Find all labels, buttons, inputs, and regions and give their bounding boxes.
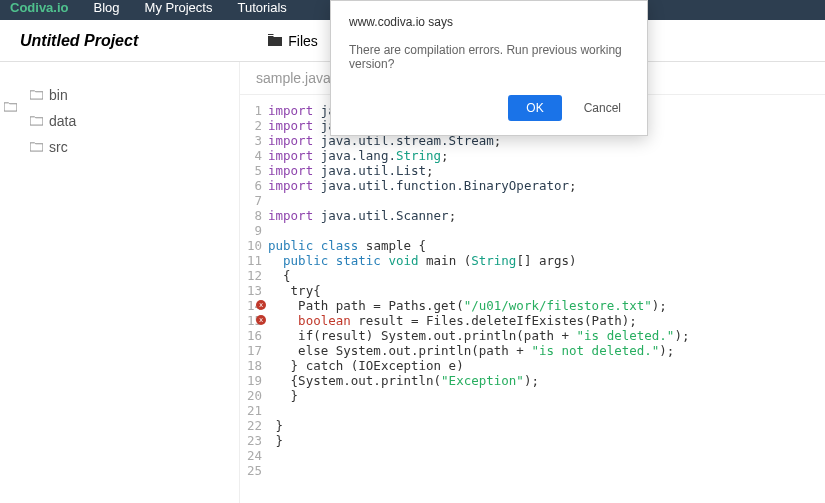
line-number: 24	[240, 448, 262, 463]
alert-dialog: www.codiva.io says There are compilation…	[330, 0, 648, 136]
code-line[interactable]	[268, 463, 825, 478]
line-number: 4	[240, 148, 262, 163]
project-title[interactable]: Untitled Project	[20, 32, 138, 50]
code-line[interactable]: {	[268, 268, 825, 283]
nav-my-projects[interactable]: My Projects	[145, 0, 213, 15]
code-line[interactable]: public class sample {	[268, 238, 825, 253]
code-line[interactable]: }	[268, 433, 825, 448]
code-line[interactable]: import java.util.function.BinaryOperator…	[268, 178, 825, 193]
nav-blog[interactable]: Blog	[94, 0, 120, 15]
line-number: 3	[240, 133, 262, 148]
nav-tutorials[interactable]: Tutorials	[237, 0, 286, 15]
dialog-title: www.codiva.io says	[349, 15, 629, 29]
folder-icon	[268, 33, 282, 49]
line-number: 17	[240, 343, 262, 358]
code-line[interactable]: import java.util.Scanner;	[268, 208, 825, 223]
line-number: 12	[240, 268, 262, 283]
line-number: 9	[240, 223, 262, 238]
code-lines[interactable]: import java.util.*;import java.io.*;impo…	[268, 103, 825, 503]
root-folder-icon[interactable]	[4, 100, 17, 115]
line-number: 11	[240, 253, 262, 268]
folder-data[interactable]: data	[10, 108, 229, 134]
folder-label: bin	[49, 87, 68, 103]
line-number: 2	[240, 118, 262, 133]
line-number: 25	[240, 463, 262, 478]
line-number: 7	[240, 193, 262, 208]
code-line[interactable]: Path path = Paths.get("/u01/work/filesto…	[268, 298, 825, 313]
code-line[interactable]: }	[268, 388, 825, 403]
code-line[interactable]: if(result) System.out.println(path + "is…	[268, 328, 825, 343]
cancel-button[interactable]: Cancel	[576, 95, 629, 121]
line-number: 22	[240, 418, 262, 433]
line-number: 10	[240, 238, 262, 253]
line-number: 8	[240, 208, 262, 223]
line-number: 18	[240, 358, 262, 373]
folder-icon	[30, 139, 43, 155]
folder-icon	[30, 87, 43, 103]
code-line[interactable]	[268, 223, 825, 238]
folder-tree: bin data src	[10, 82, 229, 160]
code-line[interactable]: } catch (IOException e)	[268, 358, 825, 373]
code-line[interactable]: else System.out.println(path + "is not d…	[268, 343, 825, 358]
line-number: 1	[240, 103, 262, 118]
code-line[interactable]	[268, 403, 825, 418]
code-line[interactable]: import java.util.List;	[268, 163, 825, 178]
sidebar: bin data src	[0, 62, 240, 503]
code-line[interactable]: {System.out.println("Exception");	[268, 373, 825, 388]
code-line[interactable]: import java.lang.String;	[268, 148, 825, 163]
file-tab-label: sample.java	[256, 70, 331, 86]
tab-files-label: Files	[288, 33, 318, 49]
line-number: 13	[240, 283, 262, 298]
brand-logo[interactable]: Codiva.io	[10, 0, 69, 15]
code-line[interactable]	[268, 448, 825, 463]
dialog-message: There are compilation errors. Run previo…	[349, 43, 629, 71]
code-line[interactable]: public static void main (String[] args)	[268, 253, 825, 268]
code-editor[interactable]: 1234567891011121314151617181920212223242…	[240, 95, 825, 503]
code-line[interactable]: try{	[268, 283, 825, 298]
folder-label: data	[49, 113, 76, 129]
folder-icon	[30, 113, 43, 129]
line-number: 23	[240, 433, 262, 448]
folder-label: src	[49, 139, 68, 155]
code-line[interactable]	[268, 193, 825, 208]
line-number: 5	[240, 163, 262, 178]
line-number: 19	[240, 373, 262, 388]
error-marker-icon[interactable]: x	[256, 300, 266, 310]
folder-bin[interactable]: bin	[10, 82, 229, 108]
line-number: 20	[240, 388, 262, 403]
dialog-buttons: OK Cancel	[349, 95, 629, 121]
error-marker-icon[interactable]: x	[256, 315, 266, 325]
code-line[interactable]: }	[268, 418, 825, 433]
ok-button[interactable]: OK	[508, 95, 561, 121]
code-line[interactable]: boolean result = Files.deleteIfExistes(P…	[268, 313, 825, 328]
line-number: 21	[240, 403, 262, 418]
folder-src[interactable]: src	[10, 134, 229, 160]
tab-files[interactable]: Files	[268, 33, 318, 49]
line-number: 16	[240, 328, 262, 343]
line-number: 6	[240, 178, 262, 193]
